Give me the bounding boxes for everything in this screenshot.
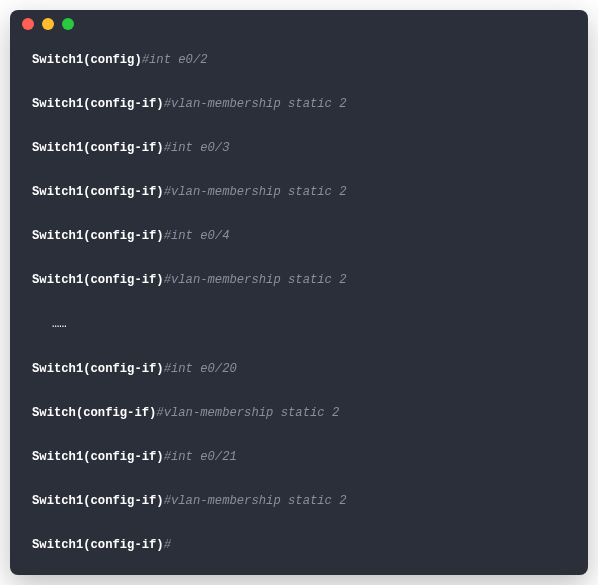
command: int e0/4: [171, 229, 230, 243]
hash: #: [164, 185, 171, 199]
titlebar: [10, 10, 588, 38]
hash: #: [164, 141, 171, 155]
terminal-line: Switch(config-if)#vlan-membership static…: [32, 405, 566, 422]
terminal-body[interactable]: Switch1(config)#int e0/2 Switch1(config-…: [10, 38, 588, 575]
command: int e0/2: [149, 53, 208, 67]
prompt: Switch1(config-if): [32, 494, 164, 508]
terminal-line: Switch1(config-if)#: [32, 537, 566, 554]
command: vlan-membership static 2: [171, 97, 347, 111]
terminal-line: Switch1(config-if)#int e0/4: [32, 228, 566, 245]
hash: #: [156, 406, 163, 420]
prompt: Switch1(config-if): [32, 273, 164, 287]
ellipsis: ……: [52, 317, 67, 331]
prompt: Switch1(config-if): [32, 450, 164, 464]
command: vlan-membership static 2: [164, 406, 340, 420]
terminal-line: Switch1(config-if)#int e0/3: [32, 140, 566, 157]
hash: #: [164, 273, 171, 287]
prompt: Switch1(config-if): [32, 97, 164, 111]
hash: #: [164, 494, 171, 508]
terminal-line: Switch1(config-if)#vlan-membership stati…: [32, 493, 566, 510]
hash: #: [164, 362, 171, 376]
terminal-line: Switch1(config-if)#vlan-membership stati…: [32, 96, 566, 113]
command: int e0/21: [171, 450, 237, 464]
close-icon[interactable]: [22, 18, 34, 30]
prompt: Switch1(config-if): [32, 538, 164, 552]
terminal-line: Switch1(config-if)#int e0/21: [32, 449, 566, 466]
hash: #: [164, 229, 171, 243]
terminal-line: Switch1(config-if)#int e0/20: [32, 361, 566, 378]
terminal-line: Switch1(config-if)#vlan-membership stati…: [32, 184, 566, 201]
hash: #: [164, 450, 171, 464]
prompt: Switch1(config-if): [32, 185, 164, 199]
command: vlan-membership static 2: [171, 494, 347, 508]
prompt: Switch1(config-if): [32, 141, 164, 155]
command: vlan-membership static 2: [171, 273, 347, 287]
prompt: Switch1(config-if): [32, 229, 164, 243]
command: int e0/20: [171, 362, 237, 376]
ellipsis-line: ……: [32, 316, 566, 333]
terminal-line: Switch1(config-if)#vlan-membership stati…: [32, 272, 566, 289]
hash: #: [164, 538, 171, 552]
maximize-icon[interactable]: [62, 18, 74, 30]
terminal-line: Switch1(config)#int e0/2: [32, 52, 566, 69]
hash: #: [142, 53, 149, 67]
terminal-window: Switch1(config)#int e0/2 Switch1(config-…: [10, 10, 588, 575]
prompt: Switch1(config-if): [32, 362, 164, 376]
hash: #: [164, 97, 171, 111]
command: vlan-membership static 2: [171, 185, 347, 199]
prompt: Switch(config-if): [32, 406, 156, 420]
command: int e0/3: [171, 141, 230, 155]
minimize-icon[interactable]: [42, 18, 54, 30]
prompt: Switch1(config): [32, 53, 142, 67]
